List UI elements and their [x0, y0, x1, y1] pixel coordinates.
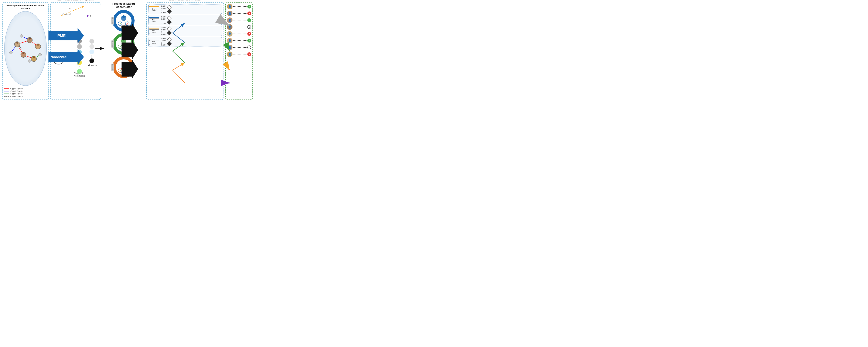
svg-point-18	[20, 34, 23, 37]
type-indicator-3: Type 4and 1	[149, 28, 159, 34]
node-feature-col: ⋮ Node feature	[74, 39, 85, 77]
diamond-group-3	[168, 27, 171, 35]
output-face-7: 👤	[227, 45, 232, 50]
output-row-8: 👤 ✗	[227, 52, 251, 57]
legend-line-red	[4, 88, 9, 89]
output-row-6: 👤 ✓	[227, 38, 251, 44]
svg-text:a: a	[69, 7, 70, 9]
proj-to-features-icon: →	[66, 56, 70, 60]
svg-marker-107	[121, 67, 127, 69]
type-line-4	[149, 39, 159, 39]
section1-title: Heterogeneous information social network	[4, 4, 47, 9]
output-empty-7: ○	[247, 46, 251, 49]
output-face-4: 👤	[227, 24, 232, 30]
legend-item-dotted: <Type2 Type2>	[4, 95, 47, 97]
output-cross-5: ✗	[247, 32, 251, 36]
score-e1-4: E₁:40%	[161, 38, 166, 39]
svg-point-113	[112, 64, 114, 65]
svg-point-91	[112, 43, 114, 45]
score-ek-val-3: Eₖ:15%	[161, 33, 166, 35]
proj-circle: Proj	[52, 52, 65, 64]
section4-title: Trustworthiness Investor	[169, 0, 202, 1]
section-feature-projector: Individual Feature Projector a	[50, 2, 101, 100]
svg-text:✗: ✗	[126, 23, 128, 25]
network-cloud: ●--● ●-● ♦○	[4, 11, 47, 86]
output-check-3: ✓	[247, 18, 251, 22]
score-ek-2: ⋮	[161, 20, 166, 22]
output-empty-4: ○	[247, 25, 251, 29]
score-ek-val-4: Eₖ:10%	[161, 44, 166, 46]
type-indicator-4: Type 2and 2	[149, 39, 159, 45]
node-dot-2	[77, 44, 82, 49]
type-box-3: Type 4and 1	[149, 29, 159, 34]
svg-point-31	[33, 56, 35, 58]
score-e2-1: E₂:30%	[161, 7, 166, 9]
output-dots-1	[233, 6, 246, 7]
svg-point-19	[9, 51, 12, 54]
score-ek-val-2: Eₖ:20%	[161, 22, 166, 24]
output-cross-2: ✗	[247, 11, 251, 15]
link-dot-2	[89, 44, 94, 49]
score-e1-3: E₁:20%	[161, 27, 166, 29]
svg-point-115	[112, 68, 114, 70]
output-dots-4	[233, 27, 246, 27]
svg-point-20	[39, 53, 42, 56]
score-ek-3: ⋮	[161, 31, 166, 33]
proj-diagram-top: a Proj(a,b) b	[52, 4, 99, 18]
legend-line-green	[4, 93, 9, 94]
svg-marker-56	[121, 15, 127, 18]
section2-inner: a Proj(a,b) b Proj →	[52, 4, 99, 98]
svg-text:✓: ✓	[119, 23, 121, 25]
link-dot-black	[89, 58, 94, 63]
output-face-1: 👤	[227, 4, 232, 9]
diamond-group-4	[168, 38, 171, 46]
score-e2-3: E₂:35%	[161, 29, 166, 31]
svg-point-25	[29, 37, 31, 39]
expert-row-1: Type 1and 2 E₁:10% E₂:30% ⋮ Eₖ:40%	[148, 4, 222, 14]
output-dots-5	[233, 34, 246, 34]
output-face-8: 👤	[227, 52, 232, 57]
output-face-5: 👤	[227, 31, 232, 36]
svg-text:♦○: ♦○	[27, 57, 28, 58]
output-row-7: 👤 ○	[227, 45, 251, 50]
svg-text:Proj(a,b): Proj(a,b)	[62, 13, 70, 15]
node-dot-6	[77, 69, 82, 74]
svg-text:✗: ✗	[126, 46, 128, 48]
gear1-svg: ✓ ✗	[105, 10, 142, 32]
link-feature-col: ⋮ Link feature	[87, 39, 97, 66]
score-e1-1: E₁:10%	[161, 5, 166, 7]
svg-point-67	[112, 18, 114, 19]
legend-item-red: <Type1 Type2>	[4, 88, 47, 90]
type-line-3	[149, 28, 159, 28]
section3-title: Predictive ExpertConstructor	[113, 2, 135, 8]
svg-text:✗: ✗	[126, 69, 128, 72]
svg-point-27	[37, 44, 39, 46]
gear3-svg: ✓ ✗	[105, 56, 142, 79]
svg-point-92	[112, 45, 114, 47]
diamond-group-2	[168, 17, 171, 24]
svg-point-69	[112, 22, 114, 24]
type-line-1	[149, 6, 159, 7]
section-heterogeneous-network: Heterogeneous information social network	[2, 2, 49, 100]
legend-label-red: <Type1 Type2>	[10, 88, 23, 90]
output-row-4: 👤 ○	[227, 24, 251, 30]
output-dots-7	[233, 47, 246, 48]
main-layout: PME Node2vec	[0, 0, 255, 102]
section-expert-constructor: Predictive ExpertConstructor	[102, 2, 145, 100]
output-row-1: 👤 ✓	[227, 4, 251, 9]
score-e2-4: E₂:20%	[161, 40, 166, 42]
diamond-filled-2	[167, 20, 172, 25]
expert-row-3: Type 4and 1 E₁:20% E₂:35% ⋮ Eₖ:15%	[148, 26, 222, 36]
score-e2-2: E₂:30%	[161, 18, 166, 20]
gear-module-1: ✓ ✗	[105, 10, 142, 32]
proj-diagram-svg: a Proj(a,b) b	[57, 4, 95, 18]
proj-label: Proj	[56, 56, 61, 60]
svg-point-114	[112, 66, 114, 68]
type-indicator-1: Type 1and 2	[149, 6, 159, 12]
section2-title: Individual Feature Projector	[57, 0, 94, 1]
output-check-1: ✓	[247, 5, 251, 8]
expert-scores-1: E₁:10% E₂:30% ⋮ Eₖ:40%	[161, 5, 166, 13]
svg-text:●-●: ●-●	[35, 42, 37, 44]
gear-module-2: ✓ ✗	[105, 33, 142, 55]
type-line-2	[149, 17, 159, 18]
